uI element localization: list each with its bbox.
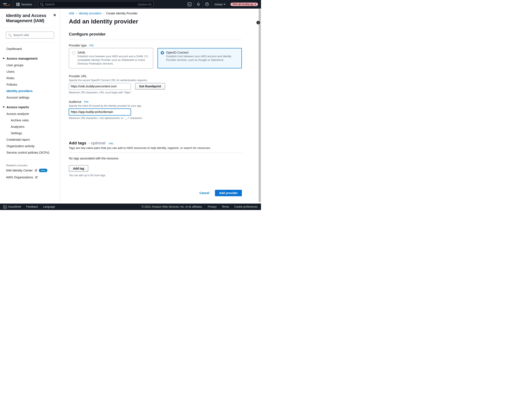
optional-label: - optional xyxy=(88,141,105,145)
copyright-text: © 2023, Amazon Web Services, Inc. or its… xyxy=(142,205,202,208)
add-tags-heading: Add tags xyxy=(69,141,86,145)
info-link[interactable]: Info xyxy=(109,142,113,145)
divider xyxy=(69,153,242,153)
caret-down-icon xyxy=(223,4,225,5)
provider-type-openid-connect[interactable]: OpenID Connect Establish trust between y… xyxy=(158,48,242,69)
no-tags-text: No tags associated with the resource. xyxy=(69,157,242,160)
feedback-button[interactable]: Feedback xyxy=(26,205,38,208)
search-shortcut: [Option+S] xyxy=(138,3,151,6)
cancel-button[interactable]: Cancel xyxy=(197,190,212,196)
top-search[interactable]: [Option+S] xyxy=(38,1,154,8)
caret-down-icon xyxy=(3,107,5,108)
language-button[interactable]: Language xyxy=(43,205,55,208)
region-label: Global xyxy=(214,3,223,6)
sidebar-search[interactable] xyxy=(6,32,54,38)
main-content: IAM › Identity providers › Create Identi… xyxy=(60,9,261,204)
radio-icon xyxy=(72,51,75,54)
sidebar-item-archive-rules[interactable]: Archive rules xyxy=(0,117,60,123)
add-provider-button[interactable]: Add provider xyxy=(215,190,242,196)
sidebar-related-heading: Related consoles xyxy=(0,164,60,167)
info-link[interactable]: Info xyxy=(84,100,88,103)
sidebar-group-access-management[interactable]: Access management xyxy=(0,55,60,62)
saml-title: SAML xyxy=(77,51,150,54)
sidebar: Identity and Access Management (IAM) ✕ D… xyxy=(0,9,60,204)
sidebar-item-policies[interactable]: Policies xyxy=(0,81,60,88)
audience-help: Specify the client ID issued by the Iden… xyxy=(69,104,242,107)
oidc-title: OpenID Connect xyxy=(166,51,239,54)
provider-url-input[interactable] xyxy=(69,83,131,90)
sidebar-item-users[interactable]: Users xyxy=(0,69,60,75)
aws-logo[interactable]: aws xyxy=(0,0,13,9)
top-search-input[interactable] xyxy=(45,3,136,6)
search-icon xyxy=(40,3,43,6)
breadcrumb-current: Create Identity Provider xyxy=(106,12,138,15)
get-thumbprint-button[interactable]: Get thumbprint xyxy=(135,83,165,90)
services-button[interactable]: Services xyxy=(13,0,35,9)
saml-desc: Establish trust between your AWS account… xyxy=(77,55,150,66)
info-panel-toggle[interactable] xyxy=(255,21,261,26)
tag-limit-text: You can add up to 50 more tags. xyxy=(69,174,242,177)
audience-input[interactable] xyxy=(69,109,131,115)
notifications-icon[interactable] xyxy=(194,0,202,9)
external-link-icon xyxy=(35,176,38,179)
region-selector[interactable]: Global xyxy=(211,0,228,9)
sidebar-link-organizations[interactable]: AWS Organizations xyxy=(0,174,60,181)
sidebar-item-scp[interactable]: Service control policies (SCPs) xyxy=(0,149,60,156)
svg-text:aws: aws xyxy=(3,3,7,5)
top-nav: aws Services [Option+S] Global RW+@+budd… xyxy=(0,0,261,9)
cloudshell-button[interactable]: CloudShell xyxy=(3,205,21,208)
chevron-right-icon: › xyxy=(103,12,104,15)
cookie-preferences-link[interactable]: Cookie preferences xyxy=(234,205,258,208)
configure-provider-heading: Configure provider xyxy=(69,32,242,37)
cloudshell-icon[interactable] xyxy=(185,0,194,9)
help-icon[interactable] xyxy=(202,0,211,9)
sidebar-group-access-reports[interactable]: Access reports xyxy=(0,104,60,111)
sidebar-item-access-analyzer[interactable]: Access analyzer xyxy=(0,111,60,117)
add-tag-button[interactable]: Add tag xyxy=(69,165,88,172)
breadcrumb-identity-providers[interactable]: Identity providers xyxy=(79,12,102,15)
privacy-link[interactable]: Privacy xyxy=(208,205,217,208)
sidebar-link-label: IAM Identity Center xyxy=(6,169,33,172)
sidebar-item-dashboard[interactable]: Dashboard xyxy=(0,46,60,52)
sidebar-link-label: AWS Organizations xyxy=(6,176,33,179)
breadcrumb: IAM › Identity providers › Create Identi… xyxy=(69,12,242,15)
sidebar-item-roles[interactable]: Roles xyxy=(0,75,60,81)
grid-icon xyxy=(16,3,20,6)
provider-url-label: Provider URL xyxy=(69,75,242,78)
sidebar-group-label: Access management xyxy=(7,57,38,60)
tags-description: Tags are key-value pairs that you can ad… xyxy=(69,146,242,150)
search-icon xyxy=(8,34,11,37)
sidebar-item-identity-providers[interactable]: Identity providers xyxy=(0,88,60,94)
info-link[interactable]: Info xyxy=(89,44,94,47)
svg-rect-4 xyxy=(258,22,258,24)
sidebar-item-org-activity[interactable]: Organization activity xyxy=(0,143,60,149)
sidebar-item-user-groups[interactable]: User groups xyxy=(0,62,60,69)
scrollbar[interactable] xyxy=(258,9,261,204)
new-badge: New xyxy=(39,169,47,172)
sidebar-link-identity-center[interactable]: IAM Identity Center New xyxy=(0,167,60,174)
svg-rect-5 xyxy=(258,22,258,22)
sidebar-item-credential-report[interactable]: Credential report xyxy=(0,137,60,143)
caret-down-icon xyxy=(3,58,5,59)
provider-url-hint: Maximum 255 characters. URL must begin w… xyxy=(69,91,242,94)
provider-type-saml[interactable]: SAML Establish trust between your AWS ac… xyxy=(69,48,153,69)
account-menu[interactable]: RW+@+buddy-pg xyxy=(230,3,258,6)
audience-label: Audience Info xyxy=(69,100,242,104)
sidebar-item-settings[interactable]: Settings xyxy=(0,130,60,137)
sidebar-close-icon[interactable]: ✕ xyxy=(53,13,56,17)
sidebar-item-analyzers[interactable]: Analyzers xyxy=(0,123,60,130)
page-title: Add an Identity provider xyxy=(69,18,242,25)
cloudshell-label: CloudShell xyxy=(8,205,21,208)
sidebar-item-account-settings[interactable]: Account settings xyxy=(0,94,60,101)
terms-link[interactable]: Terms xyxy=(222,205,229,208)
provider-type-label: Provider type Info xyxy=(69,44,242,47)
bottom-bar: CloudShell Feedback Language © 2023, Ama… xyxy=(0,204,261,210)
external-link-icon xyxy=(34,169,37,172)
sidebar-search-input[interactable] xyxy=(13,33,52,37)
radio-icon xyxy=(161,51,164,54)
caret-down-icon xyxy=(254,4,256,5)
account-label: RW+@+buddy-pg xyxy=(233,3,253,6)
breadcrumb-iam[interactable]: IAM xyxy=(69,12,74,15)
chevron-right-icon: › xyxy=(76,12,77,15)
sidebar-group-label: Access reports xyxy=(7,106,29,109)
